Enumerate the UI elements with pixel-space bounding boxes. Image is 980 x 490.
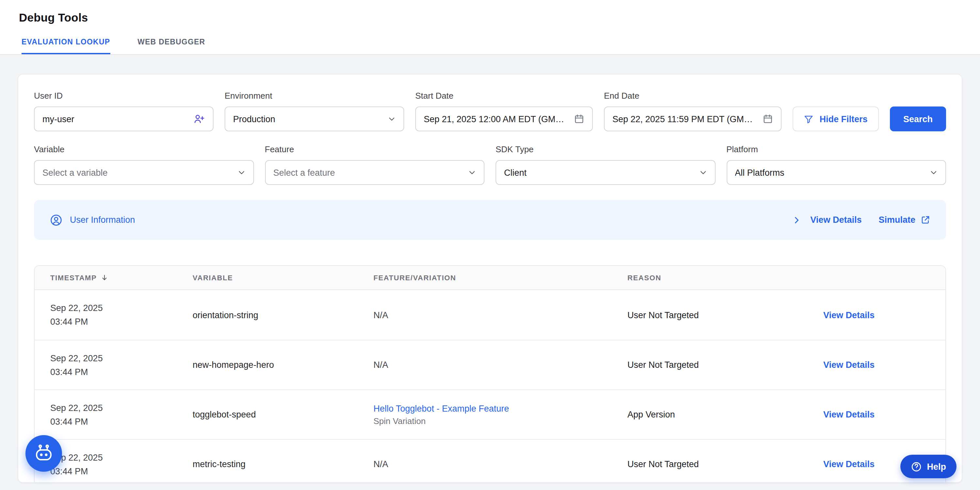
column-header-feature-variation[interactable]: FEATURE/VARIATION (358, 274, 612, 282)
hide-filters-button[interactable]: Hide Filters (792, 107, 879, 131)
feature-variation-cell: N/A (358, 310, 612, 320)
timestamp-cell: Sep 22, 2025 03:44 PM (35, 401, 177, 428)
view-details-link[interactable]: View Details (823, 310, 875, 320)
end-date-input[interactable]: Sep 22, 2025 11:59 PM EDT (GM… (604, 107, 781, 131)
environment-value: Production (233, 114, 275, 124)
funnel-icon (804, 114, 813, 124)
sdk-type-value: Client (504, 168, 527, 177)
reason-cell: User Not Targeted (612, 310, 808, 320)
help-button[interactable]: Help (900, 455, 956, 478)
user-information-label: User Information (70, 215, 135, 225)
feature-na-text: N/A (374, 459, 612, 469)
tab-web-debugger[interactable]: WEB DEBUGGER (137, 38, 205, 54)
user-information-banner: User Information View Details Simulate (34, 200, 946, 240)
timestamp-time: 03:44 PM (50, 315, 177, 329)
platform-label: Platform (726, 144, 946, 155)
feature-na-text: N/A (374, 310, 612, 320)
evaluation-lookup-panel: User ID Environment Production (18, 74, 963, 483)
tab-bar: EVALUATION LOOKUP WEB DEBUGGER (22, 38, 205, 54)
environment-field-group: Environment Production (224, 90, 404, 131)
help-label: Help (927, 461, 946, 471)
timestamp-date: Sep 22, 2025 (50, 301, 177, 315)
variable-cell: orientation-string (177, 310, 358, 320)
search-button[interactable]: Search (890, 107, 946, 131)
end-date-field-group: End Date Sep 22, 2025 11:59 PM EDT (GM… (604, 90, 781, 131)
simulate-label: Simulate (878, 215, 915, 225)
platform-value: All Platforms (735, 168, 784, 177)
feature-link[interactable]: Hello Togglebot - Example Feature (374, 404, 509, 413)
start-date-field-group: Start Date Sep 21, 2025 12:00 AM EDT (GM… (415, 90, 593, 131)
end-date-value: Sep 22, 2025 11:59 PM EDT (GM… (612, 114, 753, 124)
robot-icon (33, 443, 54, 464)
table-row: Sep 22, 2025 03:44 PM metric-testing N/A… (35, 439, 945, 483)
debug-tools-page: Debug Tools EVALUATION LOOKUP WEB DEBUGG… (0, 0, 980, 490)
table-body: Sep 22, 2025 03:44 PM orientation-string… (35, 290, 945, 483)
variable-placeholder: Select a variable (43, 168, 108, 177)
table-row: Sep 22, 2025 03:44 PM orientation-string… (35, 290, 945, 340)
feature-select[interactable]: Select a feature (265, 160, 484, 185)
hide-filters-label: Hide Filters (819, 114, 867, 124)
variable-select[interactable]: Select a variable (34, 160, 254, 185)
feature-na-text: N/A (374, 360, 612, 370)
table-row: Sep 22, 2025 03:44 PM togglebot-speed He… (35, 389, 945, 439)
actions-cell: View Details (808, 410, 945, 420)
user-id-field-group: User ID (34, 90, 213, 131)
calendar-icon[interactable] (574, 114, 584, 124)
start-date-input[interactable]: Sep 21, 2025 12:00 AM EDT (GM… (415, 107, 593, 131)
question-circle-icon (910, 461, 921, 472)
view-details-link[interactable]: View Details (823, 459, 875, 469)
view-details-link[interactable]: View Details (823, 360, 875, 370)
variation-label: Spin Variation (374, 416, 612, 426)
banner-actions: View Details Simulate (792, 215, 931, 225)
external-link-icon (921, 215, 931, 225)
sdk-type-label: SDK Type (496, 144, 715, 155)
simulate-link[interactable]: Simulate (878, 215, 931, 225)
column-header-timestamp[interactable]: TIMESTAMP (35, 274, 177, 282)
reason-cell: App Version (612, 410, 808, 420)
filter-row-primary: User ID Environment Production (34, 90, 946, 131)
feature-label: Feature (265, 144, 484, 155)
person-add-icon[interactable] (193, 113, 205, 125)
chevron-down-icon (237, 169, 245, 176)
feature-variation-cell: N/A (358, 459, 612, 469)
reason-cell: User Not Targeted (612, 360, 808, 370)
feature-variation-cell: Hello Togglebot - Example Feature Spin V… (358, 404, 612, 426)
timestamp-date: Sep 22, 2025 (50, 450, 177, 464)
timestamp-time: 03:44 PM (50, 464, 177, 478)
environment-select[interactable]: Production (224, 107, 404, 131)
togglebot-widget-button[interactable] (25, 435, 62, 472)
timestamp-header-label: TIMESTAMP (50, 274, 97, 282)
actions-cell: View Details (808, 360, 945, 370)
timestamp-date: Sep 22, 2025 (50, 351, 177, 365)
column-header-variable[interactable]: VARIABLE (177, 274, 358, 282)
view-details-link[interactable]: View Details (823, 410, 875, 420)
platform-field-group: Platform All Platforms (726, 144, 946, 185)
table-header-row: TIMESTAMP VARIABLE FEATURE/VARIATION REA… (35, 266, 945, 290)
variable-cell: metric-testing (177, 459, 358, 469)
page-header: Debug Tools EVALUATION LOOKUP WEB DEBUGG… (0, 0, 980, 55)
user-information-title-group: User Information (49, 213, 135, 227)
user-circle-icon (49, 213, 63, 227)
view-details-label: View Details (810, 215, 862, 225)
calendar-icon[interactable] (763, 114, 773, 124)
chevron-down-icon (468, 169, 476, 176)
timestamp-cell: Sep 22, 2025 03:44 PM (35, 351, 177, 378)
variable-label: Variable (34, 144, 254, 155)
variable-cell: new-homepage-hero (177, 360, 358, 370)
actions-cell: View Details (808, 310, 945, 320)
chevron-down-icon (699, 169, 707, 176)
timestamp-cell: Sep 22, 2025 03:44 PM (35, 301, 177, 329)
banner-view-details-link[interactable]: View Details (810, 215, 862, 225)
variable-field-group: Variable Select a variable (34, 144, 254, 185)
user-id-input[interactable] (43, 114, 188, 124)
column-header-reason[interactable]: REASON (612, 274, 808, 282)
sdk-type-select[interactable]: Client (496, 160, 715, 185)
feature-placeholder: Select a feature (273, 168, 335, 177)
environment-label: Environment (224, 90, 404, 101)
user-id-input-wrap (34, 107, 213, 131)
filter-row-secondary: Variable Select a variable Feature Selec… (34, 144, 946, 185)
chevron-right-icon[interactable] (792, 215, 801, 224)
platform-select[interactable]: All Platforms (726, 160, 946, 185)
sort-descending-icon (100, 274, 108, 282)
tab-evaluation-lookup[interactable]: EVALUATION LOOKUP (22, 38, 110, 54)
